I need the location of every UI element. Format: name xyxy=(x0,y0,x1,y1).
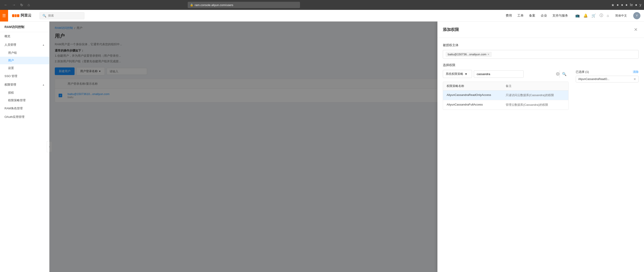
sidebar-item-settings[interactable]: 设置 xyxy=(0,64,49,72)
main-layout: RAM访问控制 概览 人员管理 ▲ 用户组 用户 设置 SSO 管理 权限管理 xyxy=(0,21,644,272)
sidebar-title: RAM访问控制 xyxy=(0,21,49,32)
top-nav-links: 费用 工单 备案 企业 支持与服务 xyxy=(506,14,568,18)
policy-search-input[interactable] xyxy=(474,70,524,78)
sidebar-item-oauth[interactable]: OAuth应用管理 xyxy=(0,113,49,121)
forward-button[interactable]: → xyxy=(11,2,17,8)
policy-row-0[interactable]: AliyunCassandraReadOnlyAccess 只读访问云数据库(C… xyxy=(443,91,568,100)
refresh-button[interactable]: ↻ xyxy=(19,2,24,8)
policy-remark-1: 管理云数据库(Cassandra)的权限 xyxy=(506,103,565,107)
col-policy-remark: 备注 xyxy=(506,84,565,88)
policy-table-header: 权限策略名称 备注 xyxy=(443,82,568,91)
browser-chrome: ← → ↻ ⌂ 🔒 ram.console.aliyun.com/users ★… xyxy=(0,0,644,10)
profile-icon[interactable]: y xyxy=(640,3,641,7)
modal-title: 添加权限 xyxy=(443,27,459,32)
url-text: ram.console.aliyun.com/users xyxy=(195,3,233,7)
modal-close-button[interactable]: ✕ xyxy=(633,26,638,33)
selected-policy-name-0: AliyunCassandraReadO... xyxy=(578,78,610,81)
policy-remark-0: 只读访问云数据库(Cassandra)的权限 xyxy=(506,93,565,97)
cart-icon[interactable]: 🛒 xyxy=(592,13,596,18)
sidebar-item-policy-mgmt[interactable]: 权限策略管理 xyxy=(0,97,49,104)
nav-link-cost[interactable]: 费用 xyxy=(506,14,512,18)
sidebar-item-overview[interactable]: 概览 xyxy=(0,32,49,41)
back-button[interactable]: ← xyxy=(3,2,9,8)
hamburger-icon: ☰ xyxy=(2,13,6,18)
search-button[interactable]: 🔍 xyxy=(560,70,568,78)
chevron-up-icon-2: ▲ xyxy=(42,83,45,86)
nav-link-record[interactable]: 备案 xyxy=(529,14,535,18)
ext-icon-1[interactable]: ● xyxy=(616,3,619,7)
sidebar-item-usergroup[interactable]: 用户组 xyxy=(0,49,49,57)
modal-content-row: 系统权限策略 ▼ ✕ 🔍 xyxy=(443,70,638,110)
user-avatar[interactable]: Y xyxy=(633,12,640,19)
selected-count-label: 已选择 (1) xyxy=(576,70,589,74)
sidebar-item-auth[interactable]: 授权 xyxy=(0,89,49,97)
clear-search-button[interactable]: ✕ xyxy=(556,72,560,76)
nav-link-enterprise[interactable]: 企业 xyxy=(541,14,547,18)
subject-tag: baitu@150736...onaliyun.com ✕ xyxy=(446,52,492,57)
lock-icon: 🔒 xyxy=(190,3,193,6)
search-icon: 🔍 xyxy=(42,14,46,17)
subject-label: 被授权主体 xyxy=(443,43,638,47)
modal-header: 添加权限 ✕ xyxy=(438,21,644,38)
svg-rect-1 xyxy=(15,14,16,17)
sidebar-item-role[interactable]: RAM角色管理 xyxy=(0,104,49,113)
modal-panel: 添加权限 ✕ 被授权主体 baitu@150736...onaliyun.com… xyxy=(438,21,644,272)
policy-row-1[interactable]: AliyunCassandraFullAccess 管理云数据库(Cassand… xyxy=(443,100,568,110)
sidebar: RAM访问控制 概览 人员管理 ▲ 用户组 用户 设置 SSO 管理 权限管理 xyxy=(0,21,50,272)
logo-text: 阿里云 xyxy=(21,13,32,18)
policy-type-select[interactable]: 系统权限策略 ▼ xyxy=(443,70,472,78)
modal-overlay: 添加权限 ✕ 被授权主体 baitu@150736...onaliyun.com… xyxy=(50,21,644,272)
logo-svg xyxy=(12,12,20,19)
content-area: RAM访问控制 / 用户 用户 RAM用户是一个身份实体，它通常代表您的组织中.… xyxy=(50,21,644,272)
address-bar[interactable]: 🔒 ram.console.aliyun.com/users xyxy=(188,2,300,8)
ext-icon-3[interactable]: ● xyxy=(625,3,628,7)
sidebar-item-users[interactable]: 用户 xyxy=(0,57,49,64)
policy-name-1: AliyunCassandraFullAccess xyxy=(446,103,506,107)
search-bar[interactable]: 🔍 xyxy=(40,12,84,19)
hamburger-button[interactable]: ☰ xyxy=(0,10,8,21)
sidebar-item-personnel[interactable]: 人员管理 ▲ xyxy=(0,41,49,49)
select-permission-label: 选择权限 xyxy=(443,63,638,67)
browser-toolbar-right: ★ ● ● ● Ie ● y xyxy=(611,3,641,7)
selected-panel: 已选择 (1) 清除 AliyunCassandraReadO... ✕ xyxy=(576,70,638,110)
sidebar-container: RAM访问控制 概览 人员管理 ▲ 用户组 用户 设置 SSO 管理 权限管理 xyxy=(0,21,50,272)
search-input[interactable] xyxy=(48,14,82,17)
svg-rect-0 xyxy=(12,14,14,17)
modal-body: 被授权主体 baitu@150736...onaliyun.com ✕ 选择权限 xyxy=(438,38,644,272)
home-button[interactable]: ⌂ xyxy=(26,2,31,8)
search-icon: 🔍 xyxy=(562,72,566,76)
lang-switcher[interactable]: 简体中文 xyxy=(615,14,627,18)
search-policy-wrapper: ✕ 🔍 xyxy=(474,70,568,78)
monitor-icon[interactable]: 📺 xyxy=(575,13,580,18)
ext-icon-4[interactable]: Ie xyxy=(630,3,633,7)
nav-link-ticket[interactable]: 工单 xyxy=(517,14,524,18)
clear-selected-link[interactable]: 清除 xyxy=(633,70,638,74)
selected-count-bar: 已选择 (1) 清除 xyxy=(576,70,638,74)
policy-table: 权限策略名称 备注 AliyunCassandraReadOnlyAccess … xyxy=(443,82,568,110)
logo[interactable]: 阿里云 xyxy=(12,12,32,19)
star-icon[interactable]: ★ xyxy=(611,3,614,7)
filter-row: 系统权限策略 ▼ ✕ 🔍 xyxy=(443,70,568,78)
help-icon[interactable]: ⓘ xyxy=(600,13,603,18)
ext-icon-2[interactable]: ● xyxy=(621,3,623,7)
main-policy-section: 系统权限策略 ▼ ✕ 🔍 xyxy=(443,70,568,110)
svg-rect-2 xyxy=(17,14,19,17)
top-nav: ☰ 阿里云 🔍 费用 工单 备案 企业 支持与服务 📺 🔔 🛒 ⓘ ⌂ 简体中文… xyxy=(0,10,644,21)
home-icon[interactable]: ⌂ xyxy=(607,14,609,18)
top-nav-icons: 📺 🔔 🛒 ⓘ ⌂ xyxy=(575,13,609,18)
policy-type-arrow-icon: ▼ xyxy=(464,72,468,76)
nav-link-support[interactable]: 支持与服务 xyxy=(552,14,568,18)
bell-icon[interactable]: 🔔 xyxy=(583,13,588,18)
sidebar-item-sso[interactable]: SSO 管理 xyxy=(0,72,49,80)
subject-tag-close-icon[interactable]: ✕ xyxy=(487,53,490,56)
selected-policy-tag-0: AliyunCassandraReadO... ✕ xyxy=(576,76,638,82)
col-policy-name: 权限策略名称 xyxy=(446,84,506,88)
policy-type-label: 系统权限策略 xyxy=(446,72,463,76)
remove-selected-policy-button[interactable]: ✕ xyxy=(634,77,636,81)
sidebar-item-permission[interactable]: 权限管理 ▲ xyxy=(0,80,49,89)
subject-tag-text: baitu@150736...onaliyun.com xyxy=(448,53,486,56)
chevron-up-icon: ▲ xyxy=(42,43,45,46)
policy-name-0: AliyunCassandraReadOnlyAccess xyxy=(446,93,506,97)
subject-tag-input: baitu@150736...onaliyun.com ✕ xyxy=(443,50,638,59)
ext-icon-5[interactable]: ● xyxy=(635,3,637,7)
